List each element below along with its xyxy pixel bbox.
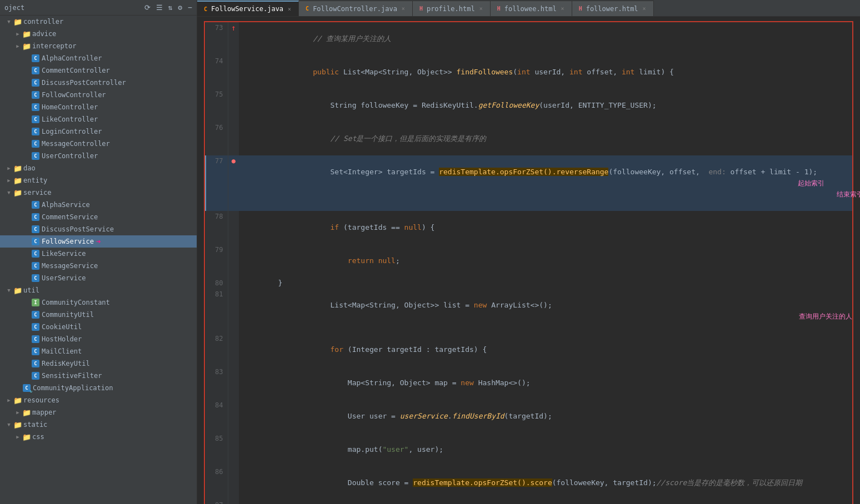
sidebar-item-label: CommentService (42, 213, 98, 221)
class-refresh-icon: C↻ (22, 384, 31, 392)
tab-close-icon[interactable]: × (286, 6, 293, 13)
sync-icon[interactable]: ⟳ (144, 3, 151, 12)
sidebar-item-css[interactable]: ▶ 📁 css (0, 431, 197, 443)
tab-close-icon[interactable]: × (478, 5, 484, 12)
line-code: String followeeKey = RedisKeyUtil.getFol… (239, 89, 852, 122)
line-number: 76 (206, 122, 228, 155)
tab-close-icon[interactable]: × (559, 5, 566, 12)
line-number: 74 (206, 56, 228, 89)
sidebar-item-label: HostHolder (42, 335, 82, 343)
sidebar-item-MailClient[interactable]: C MailClient (0, 345, 197, 357)
sidebar-item-MessageService[interactable]: C MessageService (0, 260, 197, 272)
sidebar-item-label: MessageController (42, 140, 110, 148)
sidebar-item-CommentService[interactable]: C CommentService (0, 211, 197, 223)
sidebar-item-FollowController[interactable]: C FollowController (0, 89, 197, 101)
sidebar-item-entity[interactable]: ▶ 📁 entity (0, 174, 197, 187)
class-icon: C (31, 238, 40, 245)
code-line-83: 83 Map<String, Object> map = new HashMap… (206, 366, 852, 400)
code-line-87: 87 map.put("followTime", new Date(score.… (206, 500, 852, 504)
folder-icon: 📁 (22, 30, 31, 38)
sidebar-item-AlphaService[interactable]: C AlphaService (0, 199, 197, 211)
sidebar-item-LikeController[interactable]: C LikeController (0, 113, 197, 125)
line-number: 85 (206, 433, 228, 466)
sidebar-item-dao[interactable]: ▶ 📁 dao (0, 162, 197, 174)
sidebar-item-UserService[interactable]: C UserService (0, 272, 197, 284)
sidebar-item-LoginController[interactable]: C LoginController (0, 125, 197, 138)
class-icon: C (31, 372, 40, 380)
sidebar: oject ⟳ ☰ ⇅ ⚙ − ▼ 📁 controller ▶ 📁 advic… (0, 0, 197, 504)
sidebar-item-label: MessageService (42, 262, 98, 270)
line-code: for (Integer targetId : targetIds) { (239, 333, 852, 366)
sidebar-item-CommunityApplication[interactable]: C↻ CommunityApplication (0, 382, 197, 394)
line-code: map.put("followTime", new Date(score.lon… (239, 500, 852, 504)
tab-close-icon[interactable]: × (641, 5, 648, 12)
class-icon: C (31, 274, 40, 282)
code-line-76: 76 // Set是一个接口，但是后面的实现类是有序的 (206, 122, 852, 155)
sidebar-item-HomeController[interactable]: C HomeController (0, 101, 197, 113)
class-icon: C (31, 347, 40, 355)
sidebar-item-FollowService[interactable]: C FollowService ➜ (0, 235, 197, 248)
sidebar-item-label: entity (23, 177, 47, 184)
sidebar-item-advice[interactable]: ▶ 📁 advice (0, 28, 197, 40)
sidebar-item-label: AlphaService (42, 201, 90, 209)
tab-follower[interactable]: H follower.html × (572, 1, 654, 16)
sidebar-item-AlphaController[interactable]: C AlphaController (0, 52, 197, 64)
sidebar-item-MessageController[interactable]: C MessageController (0, 138, 197, 150)
line-code: public List<Map<String, Object>> findFol… (239, 56, 852, 89)
minus-icon[interactable]: − (188, 3, 192, 12)
class-icon: C (31, 79, 40, 87)
sidebar-item-RedisKeyUtil[interactable]: C RedisKeyUtil (0, 357, 197, 370)
tab-FollowController[interactable]: C FollowController.java × (299, 1, 413, 16)
sidebar-item-CommunityUtil[interactable]: C CommunityUtil (0, 309, 197, 321)
sidebar-item-DiscussPostController[interactable]: C DiscussPostController (0, 77, 197, 89)
sidebar-item-HostHolder[interactable]: C HostHolder (0, 333, 197, 345)
collapse-icon[interactable]: ⇅ (168, 3, 173, 12)
tab-icon-html: H (418, 5, 424, 12)
line-gutter (228, 89, 239, 122)
folder-icon: 📁 (22, 409, 31, 417)
tab-label: FollowController.java (313, 5, 397, 13)
code-table-1: 73 ↑ // 查询某用户关注的人 74 public List<Map<Str… (205, 22, 852, 504)
sidebar-item-interceptor[interactable]: ▶ 📁 interceptor (0, 40, 197, 52)
sidebar-item-CommunityConstant[interactable]: I CommunityConstant (0, 296, 197, 309)
sidebar-item-DiscussPostService[interactable]: C DiscussPostService (0, 223, 197, 235)
tab-FollowService[interactable]: C FollowService.java × (197, 1, 299, 16)
tab-profile[interactable]: H profile.html × (413, 1, 491, 16)
tab-followee[interactable]: H followee.html × (491, 1, 572, 16)
sidebar-item-util[interactable]: ▼ 📁 util (0, 284, 197, 296)
class-icon: C (31, 213, 40, 221)
sidebar-item-label: RedisKeyUtil (42, 360, 90, 367)
code-line-80: 80 } (206, 278, 852, 289)
sidebar-item-label: CommentController (42, 67, 110, 74)
sidebar-item-mapper[interactable]: ▶ 📁 mapper (0, 406, 197, 419)
sidebar-item-label: util (23, 286, 39, 294)
sidebar-item-controller[interactable]: ▼ 📁 controller (0, 16, 197, 28)
code-editor[interactable]: 73 ↑ // 查询某用户关注的人 74 public List<Map<Str… (197, 17, 860, 504)
sidebar-item-label: FollowController (42, 91, 106, 99)
line-gutter (228, 400, 239, 433)
sidebar-item-static[interactable]: ▼ 📁 static (0, 419, 197, 431)
sidebar-item-label: static (23, 421, 47, 429)
sidebar-item-resources[interactable]: ▶ 📁 resources (0, 394, 197, 406)
tab-label: followee.html (504, 5, 557, 13)
arrow-icon: ▶ (13, 410, 22, 415)
sidebar-item-service[interactable]: ▼ 📁 service (0, 187, 197, 199)
line-gutter (228, 289, 239, 333)
tab-close-icon[interactable]: × (400, 5, 407, 12)
arrow-icon: ▶ (4, 397, 13, 403)
selection-arrow: ➜ (96, 237, 101, 246)
arrow-icon: ▼ (4, 288, 13, 293)
align-icon[interactable]: ☰ (156, 3, 163, 12)
line-gutter (228, 122, 239, 155)
line-gutter (228, 278, 239, 289)
class-icon: C (31, 128, 40, 135)
sidebar-item-LikeService[interactable]: C LikeService (0, 248, 197, 260)
sidebar-item-CommentController[interactable]: C CommentController (0, 64, 197, 77)
arrow-icon: ▼ (4, 19, 13, 24)
code-line-82: 82 for (Integer targetId : targetIds) { (206, 333, 852, 366)
sidebar-item-CookieUtil[interactable]: C CookieUtil (0, 321, 197, 333)
sidebar-item-UserController[interactable]: C UserController (0, 150, 197, 162)
code-line-81: 81 List<Map<String, Object>> list = new … (206, 289, 852, 333)
sidebar-item-SensitiveFilter[interactable]: C SensitiveFilter (0, 370, 197, 382)
settings-icon[interactable]: ⚙ (178, 3, 182, 12)
